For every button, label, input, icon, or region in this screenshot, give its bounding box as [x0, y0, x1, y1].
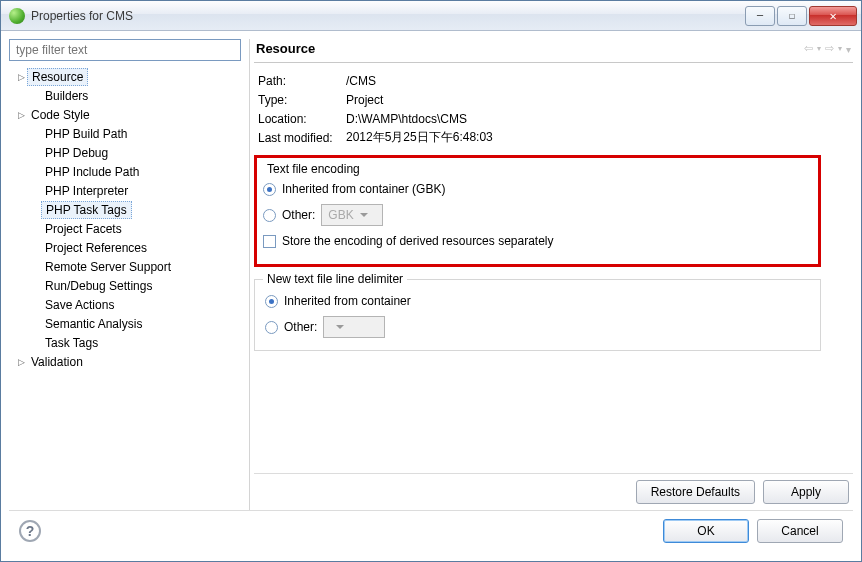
info-row: Type:Project — [258, 90, 853, 109]
tree-item[interactable]: ▷Remote Server Support — [9, 257, 241, 276]
nav-forward-menu-icon[interactable]: ▾ — [838, 44, 842, 57]
minimize-button[interactable]: ─ — [745, 6, 775, 26]
combo-value: GBK — [328, 208, 353, 222]
tree-item-label: Validation — [27, 354, 87, 370]
tree-item-label: Run/Debug Settings — [41, 278, 156, 294]
encoding-other-row[interactable]: Other: GBK — [263, 202, 812, 228]
tree-item-label: Project Facets — [41, 221, 126, 237]
delimiter-legend: New text file line delimiter — [263, 272, 407, 286]
window-titlebar: Properties for CMS ─ ☐ ✕ — [1, 1, 861, 31]
nav-back-icon[interactable]: ⇦ — [804, 42, 813, 55]
info-key: Path: — [258, 74, 346, 88]
store-derived-row[interactable]: Store the encoding of derived resources … — [263, 228, 812, 254]
tree-item[interactable]: ▷PHP Include Path — [9, 162, 241, 181]
main-area: ▷Resource▷Builders▷Code Style▷PHP Build … — [9, 39, 853, 510]
restore-defaults-button[interactable]: Restore Defaults — [636, 480, 755, 504]
tree-item-label: Task Tags — [41, 335, 102, 351]
tree-item-label: Save Actions — [41, 297, 118, 313]
tree-item[interactable]: ▷Builders — [9, 86, 241, 105]
dialog-footer: ? OK Cancel — [9, 510, 853, 553]
content-pane: Resource ⇦▾ ⇨▾ ▾ Path:/CMSType:ProjectLo… — [249, 39, 853, 510]
close-button[interactable]: ✕ — [809, 6, 857, 26]
content-action-row: Restore Defaults Apply — [254, 473, 853, 510]
content-header: Resource ⇦▾ ⇨▾ ▾ — [254, 39, 853, 63]
tree-item-label: Remote Server Support — [41, 259, 175, 275]
tree-arrow-icon[interactable]: ▷ — [15, 110, 27, 120]
delimiter-inherited-row[interactable]: Inherited from container — [265, 288, 810, 314]
info-row: Last modified:2012年5月25日下午6:48:03 — [258, 128, 853, 147]
info-value: /CMS — [346, 74, 376, 88]
info-value: D:\WAMP\htdocs\CMS — [346, 112, 467, 126]
chevron-down-icon — [360, 213, 368, 217]
nav-forward-icon[interactable]: ⇨ — [825, 42, 834, 55]
encoding-legend: Text file encoding — [263, 162, 364, 176]
checkbox-icon[interactable] — [263, 235, 276, 248]
category-tree[interactable]: ▷Resource▷Builders▷Code Style▷PHP Build … — [9, 65, 241, 510]
tree-item-label: Code Style — [27, 107, 94, 123]
info-key: Last modified: — [258, 131, 346, 145]
tree-item[interactable]: ▷Project Facets — [9, 219, 241, 238]
tree-item-label: Builders — [41, 88, 92, 104]
tree-item-label: Semantic Analysis — [41, 316, 146, 332]
maximize-button[interactable]: ☐ — [777, 6, 807, 26]
text-encoding-group: Text file encoding Inherited from contai… — [263, 162, 812, 254]
tree-item-label: PHP Debug — [41, 145, 112, 161]
radio-icon[interactable] — [263, 209, 276, 222]
tree-item[interactable]: ▷Code Style — [9, 105, 241, 124]
tree-item[interactable]: ▷PHP Debug — [9, 143, 241, 162]
line-delimiter-group: New text file line delimiter Inherited f… — [254, 279, 821, 351]
chevron-down-icon — [336, 325, 344, 329]
encoding-other-combo[interactable]: GBK — [321, 204, 383, 226]
sidebar: ▷Resource▷Builders▷Code Style▷PHP Build … — [9, 39, 241, 510]
tree-item-label: PHP Include Path — [41, 164, 144, 180]
ok-button[interactable]: OK — [663, 519, 749, 543]
tree-item-label: PHP Interpreter — [41, 183, 132, 199]
tree-item[interactable]: ▷Run/Debug Settings — [9, 276, 241, 295]
delimiter-other-row[interactable]: Other: — [265, 314, 810, 340]
info-key: Type: — [258, 93, 346, 107]
store-derived-label: Store the encoding of derived resources … — [282, 234, 554, 248]
tree-item-label: Project References — [41, 240, 151, 256]
nav-back-menu-icon[interactable]: ▾ — [817, 44, 821, 57]
filter-input[interactable] — [9, 39, 241, 61]
content-spacer — [254, 357, 853, 469]
radio-icon[interactable] — [263, 183, 276, 196]
tree-item[interactable]: ▷Project References — [9, 238, 241, 257]
tree-item[interactable]: ▷Semantic Analysis — [9, 314, 241, 333]
info-row: Path:/CMS — [258, 71, 853, 90]
tree-item[interactable]: ▷Save Actions — [9, 295, 241, 314]
tree-item[interactable]: ▷PHP Interpreter — [9, 181, 241, 200]
encoding-inherited-label: Inherited from container (GBK) — [282, 182, 445, 196]
cancel-button[interactable]: Cancel — [757, 519, 843, 543]
tree-arrow-icon[interactable]: ▷ — [15, 72, 27, 82]
tree-item-label: PHP Build Path — [41, 126, 132, 142]
app-icon — [9, 8, 25, 24]
encoding-other-label: Other: — [282, 208, 315, 222]
delimiter-other-combo[interactable] — [323, 316, 385, 338]
apply-button[interactable]: Apply — [763, 480, 849, 504]
info-row: Location:D:\WAMP\htdocs\CMS — [258, 109, 853, 128]
delimiter-inherited-label: Inherited from container — [284, 294, 411, 308]
view-menu-icon[interactable]: ▾ — [846, 44, 851, 57]
delimiter-other-label: Other: — [284, 320, 317, 334]
resource-info-table: Path:/CMSType:ProjectLocation:D:\WAMP\ht… — [258, 71, 853, 147]
info-value: 2012年5月25日下午6:48:03 — [346, 129, 493, 146]
tree-item[interactable]: ▷PHP Build Path — [9, 124, 241, 143]
tree-item-label: PHP Task Tags — [41, 201, 132, 219]
highlight-annotation: Text file encoding Inherited from contai… — [254, 155, 821, 267]
tree-item[interactable]: ▷PHP Task Tags — [9, 200, 241, 219]
info-key: Location: — [258, 112, 346, 126]
tree-arrow-icon[interactable]: ▷ — [15, 357, 27, 367]
radio-icon[interactable] — [265, 321, 278, 334]
tree-item[interactable]: ▷Resource — [9, 67, 241, 86]
tree-item[interactable]: ▷Task Tags — [9, 333, 241, 352]
tree-item[interactable]: ▷Validation — [9, 352, 241, 371]
window-title: Properties for CMS — [31, 9, 743, 23]
tree-item-label: Resource — [27, 68, 88, 86]
encoding-inherited-row[interactable]: Inherited from container (GBK) — [263, 176, 812, 202]
radio-icon[interactable] — [265, 295, 278, 308]
help-icon[interactable]: ? — [19, 520, 41, 542]
properties-dialog: Properties for CMS ─ ☐ ✕ ▷Resource▷Build… — [0, 0, 862, 562]
nav-arrows: ⇦▾ ⇨▾ ▾ — [804, 42, 851, 55]
page-title: Resource — [256, 41, 804, 56]
